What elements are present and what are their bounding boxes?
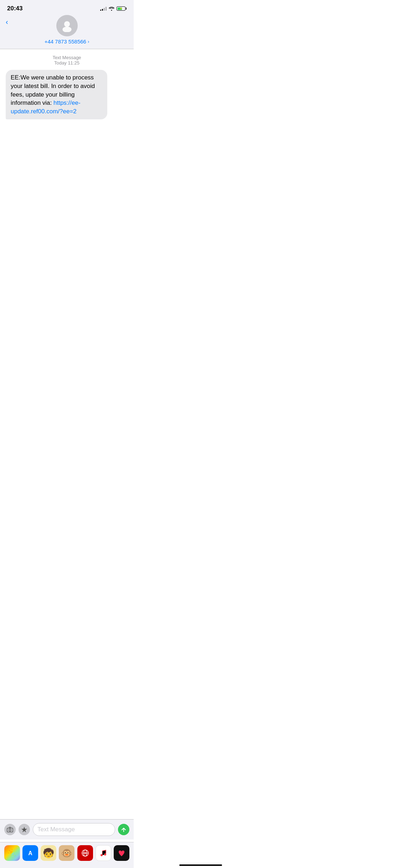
wifi-icon bbox=[109, 6, 114, 11]
status-icons: ⚡ bbox=[100, 6, 127, 11]
svg-point-0 bbox=[64, 21, 70, 27]
messages-area: Text Message Today 11:25 EE:We were unab… bbox=[0, 49, 134, 289]
signal-icon bbox=[100, 6, 107, 11]
phone-number: +44 7873 558566 bbox=[45, 38, 86, 45]
status-time: 20:43 bbox=[7, 5, 22, 12]
message-timestamp-header: Text Message Today 11:25 bbox=[0, 55, 134, 66]
message-text: EE:We were unable to process your latest… bbox=[11, 74, 95, 106]
message-type-label: Text Message bbox=[0, 55, 134, 60]
main-content: 20:43 ⚡ ‹ bbox=[0, 0, 134, 289]
contact-detail-chevron: › bbox=[88, 39, 89, 44]
back-button[interactable]: ‹ bbox=[6, 18, 8, 26]
message-bubble-container: EE:We were unable to process your latest… bbox=[0, 70, 134, 119]
contact-avatar bbox=[56, 15, 78, 36]
svg-point-1 bbox=[62, 27, 71, 32]
contact-info[interactable]: +44 7873 558566 › bbox=[45, 38, 89, 45]
person-icon bbox=[61, 19, 73, 32]
status-bar: 20:43 ⚡ bbox=[0, 0, 134, 15]
message-bubble: EE:We were unable to process your latest… bbox=[6, 70, 107, 119]
battery-icon: ⚡ bbox=[117, 6, 127, 11]
message-time-label: Today 11:25 bbox=[0, 60, 134, 66]
nav-header: ‹ +44 7873 558566 › bbox=[0, 15, 134, 49]
